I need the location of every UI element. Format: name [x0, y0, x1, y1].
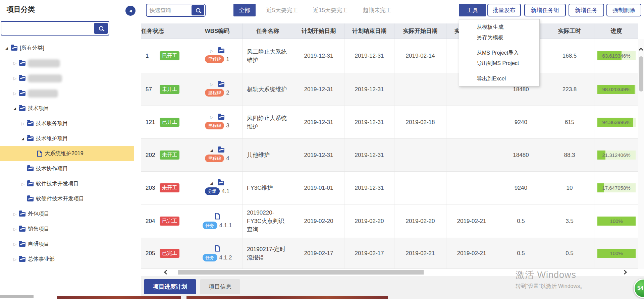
table-row[interactable]: 202 未开工 ◢ 里程碑4 其他维护 2019-12-31 2019-12-3…: [141, 139, 638, 172]
folder-icon: [11, 46, 17, 51]
cell-task-name: 极轨大系统维护: [243, 73, 293, 106]
progress-label: 17.647058%: [597, 183, 636, 192]
scroll-left-icon[interactable]: [164, 270, 169, 275]
filter-tab-all[interactable]: 全部: [233, 4, 256, 16]
collapsed-arrow-icon[interactable]: ▷: [13, 91, 19, 96]
table-row[interactable]: 205 已完工 任务4.1.2 20190217-定时流报错 2019-02-1…: [141, 238, 638, 269]
collapsed-arrow-icon[interactable]: ▷: [13, 61, 19, 66]
folder-icon: [218, 49, 224, 53]
tree-item-redacted[interactable]: ▷: [0, 71, 141, 86]
file-icon: [215, 245, 220, 252]
status-badge: 未开工: [160, 183, 179, 192]
table-row[interactable]: 121 已开工 ▷ 里程碑3 风四静止大系统维护 2019-12-31 2019…: [141, 106, 638, 139]
tree-item-all-categories[interactable]: ◢ [所有分类]: [0, 41, 141, 56]
vertical-scrollbar-thumb[interactable]: [639, 56, 643, 92]
menu-item-export-excel[interactable]: 导出到Excel: [459, 73, 539, 84]
cell-task-name: FY3C维护: [243, 172, 293, 204]
collapsed-arrow-icon[interactable]: ▷: [21, 121, 27, 126]
collapsed-arrow-icon[interactable]: ▷: [210, 82, 216, 87]
expanded-arrow-icon[interactable]: ◢: [5, 46, 11, 50]
add-task-button[interactable]: 新增任务: [569, 4, 604, 16]
expanded-arrow-icon[interactable]: ◢: [21, 137, 27, 140]
cell-wbs: 任务4.1.1: [192, 204, 243, 238]
menu-item-generate-from-template[interactable]: 从模板生成: [459, 22, 539, 32]
menu-icon-gutter: [472, 19, 472, 86]
collapsed-arrow-icon[interactable]: ▷: [13, 212, 19, 217]
batch-publish-button[interactable]: 批量发布: [487, 4, 521, 16]
header-progress[interactable]: 进度: [594, 23, 638, 39]
tree-item-hw-sw-dev[interactable]: 软硬件技术开发项目: [0, 191, 141, 206]
menu-item-export-ms-project[interactable]: 导出到MS Project: [459, 58, 539, 68]
tree-item-general-division[interactable]: ▷ 总体事业部: [0, 252, 141, 267]
sidebar-collapse-button[interactable]: ◀: [125, 6, 136, 16]
collapsed-arrow-icon[interactable]: ▷: [13, 76, 19, 81]
collapsed-arrow-icon[interactable]: ▷: [13, 227, 19, 232]
cell-wbs: 任务4.1.2: [192, 238, 243, 268]
category-search-button[interactable]: [94, 23, 108, 34]
expanded-arrow-icon[interactable]: ◢: [13, 107, 19, 110]
tree-item-software-dev[interactable]: ▷ 软件技术开发项目: [0, 176, 141, 191]
collapsed-arrow-icon[interactable]: ▷: [13, 257, 19, 262]
filter-tab-due-5-days[interactable]: 近5天要完工: [266, 4, 298, 16]
collapsed-arrow-icon[interactable]: ▷: [210, 115, 216, 120]
header-plan-start[interactable]: 计划开始日期: [293, 23, 344, 39]
cell-plan-hours: 9240: [497, 106, 545, 138]
scroll-right-icon[interactable]: [622, 270, 627, 275]
quick-search-input[interactable]: [147, 7, 192, 13]
tree-item-selected-project[interactable]: 大系统维护2019: [0, 146, 134, 161]
table-row[interactable]: 204 已完工 任务4.1.1 20190220-FY3C火点判识查询 2019…: [141, 204, 638, 238]
header-status[interactable]: 任务状态: [141, 23, 192, 39]
category-search-input[interactable]: [1, 23, 94, 34]
tree-item-self-research[interactable]: ▷ 自研项目: [0, 237, 141, 252]
menu-item-import-ms-project[interactable]: 从MS Project导入: [459, 48, 539, 58]
tree-item-tech-collab[interactable]: 技术协作项目: [0, 161, 141, 176]
table-row[interactable]: 57 未开工 ▷ 里程碑2 极轨大系统维护 2019-12-31 2019-12…: [141, 73, 638, 106]
redacted-label: [28, 59, 60, 67]
expanded-arrow-icon[interactable]: ◢: [210, 148, 216, 152]
filter-tab-overdue[interactable]: 超期未完工: [363, 4, 391, 16]
tree-item-label: 总体事业部: [28, 256, 55, 263]
header-actual-start[interactable]: 实际开始日期: [394, 23, 446, 39]
cell-plan-end: 2019-02-20: [344, 204, 394, 238]
wbs-code: 4: [226, 155, 229, 162]
header-wbs-code[interactable]: WBS编码: [192, 23, 243, 39]
tree-item-tech-service[interactable]: ▷ 技术服务项目: [0, 116, 141, 131]
tab-project-schedule[interactable]: 项目进度计划: [144, 279, 196, 294]
cell-plan-start: 2019-12-31: [293, 139, 344, 171]
collapsed-arrow-icon[interactable]: ▷: [210, 49, 216, 53]
table-row[interactable]: 1 已开工 ▷ 里程碑1 风二静止大系统维护 2019-12-31 2019-1…: [141, 39, 638, 73]
tree-item-tech-projects[interactable]: ◢ 技术项目: [0, 101, 141, 116]
menu-item-save-as-template[interactable]: 另存为模板: [459, 32, 539, 43]
collapsed-arrow-icon[interactable]: ▷: [21, 182, 27, 186]
tree-item-outsourcing[interactable]: ▷ 外包项目: [0, 206, 141, 222]
add-task-group-button[interactable]: 新增任务组: [524, 4, 566, 16]
force-delete-button[interactable]: 强制删除: [606, 4, 641, 16]
quick-search-button[interactable]: [192, 5, 204, 15]
cell-wbs: ◢ 里程碑4: [192, 139, 243, 171]
tree-item-tech-maintenance[interactable]: ◢ 技术维护项目: [0, 131, 141, 146]
watermark-line1: 激活 Windows: [516, 269, 585, 281]
tree-item-label: 技术项目: [28, 105, 49, 112]
menu-divider: [459, 71, 539, 71]
progress-label: 100%: [597, 217, 636, 226]
table-row[interactable]: 203 未开工 ◢ 分组4.1 FY3C维护 2019-01-01 2019-1…: [141, 172, 638, 204]
collapsed-arrow-icon[interactable]: ▷: [13, 242, 19, 247]
horizontal-scrollbar-thumb[interactable]: [178, 270, 424, 275]
filter-tab-due-15-days[interactable]: 近15天要完工: [313, 4, 348, 16]
vertical-scrollbar[interactable]: [638, 39, 644, 269]
tree-item-redacted[interactable]: ▷: [0, 56, 141, 71]
header-task-name[interactable]: 任务名称: [243, 23, 293, 39]
folder-icon: [27, 167, 34, 171]
header-actual-hours[interactable]: 实际工时: [545, 23, 594, 39]
header-plan-end[interactable]: 计划结束日期: [344, 23, 394, 39]
wbs-code: 2: [226, 89, 229, 96]
tree-item-sales[interactable]: ▷ 销售项目: [0, 222, 141, 237]
background-window-sliver: [57, 296, 181, 299]
tools-button[interactable]: 工具: [459, 4, 486, 16]
progress-label: 100%: [597, 249, 636, 258]
tree-item-redacted[interactable]: ▷: [0, 86, 141, 101]
status-badge: 已完工: [160, 217, 179, 226]
tab-project-info[interactable]: 项目信息: [200, 279, 240, 294]
scroll-up-icon[interactable]: [639, 48, 643, 52]
expanded-arrow-icon[interactable]: ◢: [210, 181, 216, 185]
